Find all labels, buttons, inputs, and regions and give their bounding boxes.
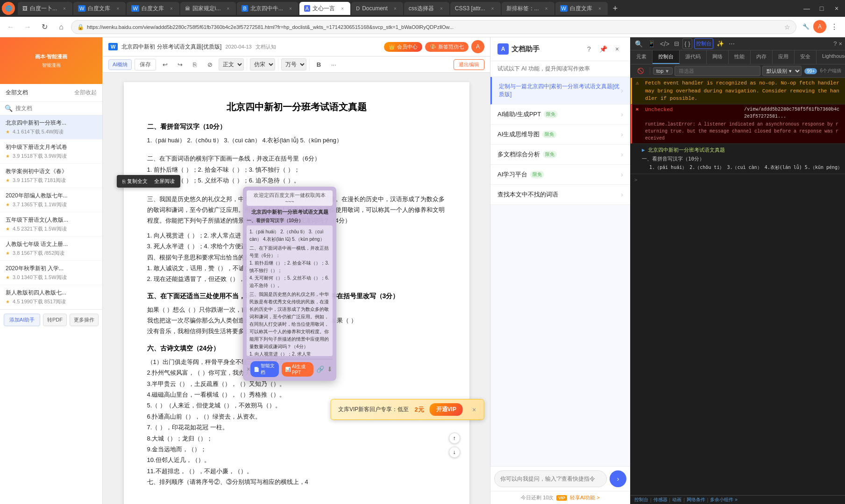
devtools-explore-btn[interactable]: 控制台 [694, 38, 713, 49]
tab-11-close[interactable]: × [596, 5, 603, 12]
undo-button[interactable]: ↩ [159, 58, 171, 70]
tab-2[interactable]: W 白度文库 × [73, 2, 126, 15]
elem-tree-item-1[interactable]: ▶ 北京四中新初一分班考试语文真题 [634, 146, 841, 154]
doc-ai-download-icon[interactable]: ⬇ [327, 365, 333, 373]
scroll-down-btn[interactable]: ↓ [449, 447, 460, 458]
browser-menu-button[interactable]: ⋮ [827, 20, 841, 34]
console-level-select[interactable]: 默认级别 ▾ [762, 66, 802, 76]
sidebar-item-6[interactable]: 人教版七年级 语文上册... ★ 3.8 1567下载 /852阅读 [0, 237, 102, 261]
elem-tree-item-2[interactable]: 一、看拼音写汉字（10分） [634, 154, 841, 163]
copy-button[interactable]: ⎘ [189, 58, 201, 70]
new-template-button[interactable]: 🎨 新签范仿七 [425, 42, 469, 52]
profile-icon[interactable]: 🌐 [2, 2, 15, 15]
vip-upgrade-link[interactable]: 轻享AI功能 > [570, 494, 600, 501]
tab-7-close[interactable]: × [392, 5, 398, 12]
redo-button[interactable]: ↪ [174, 58, 186, 70]
sidebar-item-7[interactable]: 2020年秋季新初 入学... ★ 3.0 1340下载 1.5W阅读 [0, 261, 102, 285]
tab-8[interactable]: css选择器 × [404, 2, 449, 15]
tab-6-close[interactable]: × [339, 5, 346, 12]
devtools-tab-security[interactable]: 安全 [795, 50, 817, 64]
exit-edit-button[interactable]: 退出编辑 [454, 59, 484, 70]
to-pdf-button[interactable]: 转PDF [43, 314, 67, 326]
sidebar-collapse-btn[interactable]: 全部收起 [74, 89, 97, 97]
fullscreen-read-btn[interactable]: 全屏阅读 [152, 177, 177, 186]
tab-9-close[interactable]: × [490, 5, 496, 12]
devtools-tab-memory[interactable]: 内存 [751, 50, 773, 64]
devtools-code-btn[interactable]: { } [682, 38, 692, 49]
ai-pin-button[interactable]: 📌 [597, 43, 609, 55]
sidebar-item-3[interactable]: 教学案例初中语文《春》 ★ 3.9 1157下载 7181阅读 [0, 164, 102, 188]
tab-1-close[interactable]: × [61, 5, 68, 12]
console-filter-input[interactable] [675, 66, 760, 76]
add-ai-button[interactable]: 添加AI助手 [4, 314, 40, 326]
tab-5-close[interactable]: × [287, 5, 294, 12]
font-size-select[interactable]: 万号 [281, 58, 306, 70]
devtools-tab-sources[interactable]: 源代码 [680, 50, 707, 64]
back-button[interactable]: ← [4, 20, 18, 34]
close-window-button[interactable]: × [830, 2, 843, 15]
devtools-question-btn[interactable]: ? [833, 40, 837, 47]
tab-11[interactable]: W 白度文库 × [555, 2, 608, 15]
ai-feature-mindmap[interactable]: AI生成思维导图 限免 › [490, 125, 630, 145]
tab-4-close[interactable]: × [225, 5, 231, 12]
vip-banner[interactable]: 文库VIP新客回户专享：低至 2元 开通VIP × [330, 399, 484, 420]
star-icon[interactable]: ☆ [784, 23, 790, 31]
tab-5[interactable]: B 北京四中牛... × [237, 2, 298, 15]
devtools-tab-performance[interactable]: 性能 [729, 50, 751, 64]
maximize-button[interactable]: □ [815, 2, 828, 15]
ai-chat-send-button[interactable]: › [610, 470, 626, 487]
breadcrumb-sensors[interactable]: 传感器 [653, 497, 667, 503]
ai-close-button[interactable]: × [611, 43, 623, 55]
breadcrumb-network[interactable]: 网络条件 [687, 497, 705, 503]
console-clear-btn[interactable]: 🚫 [634, 67, 647, 75]
console-context-select[interactable]: top ▼ [653, 67, 673, 75]
vip-banner-open-btn[interactable]: 开通VIP [430, 403, 463, 416]
address-bar[interactable]: 🔒 https://wenku.baidu.com/view/addd5b228… [71, 20, 796, 34]
doc-ai-popup-close[interactable]: × [247, 365, 250, 373]
tab-7[interactable]: D Document × [351, 2, 403, 15]
breadcrumb-console[interactable]: 控制台 [634, 497, 648, 503]
sidebar-search-input[interactable] [15, 105, 98, 112]
devtools-tab-network[interactable]: 网络 [707, 50, 729, 64]
tab-10[interactable]: 新排标签：... × [502, 2, 554, 15]
doc-ai-ppt-btn[interactable]: 📊 AI生成PPT [282, 362, 313, 377]
devtools-tab-elements[interactable]: 元素 [631, 50, 653, 64]
forward-button[interactable]: → [21, 20, 35, 34]
tab-3[interactable]: W 白度文库 × [127, 2, 179, 15]
tab-2-close[interactable]: × [114, 5, 121, 12]
refresh-button[interactable]: ↻ [37, 20, 51, 34]
devtools-device-btn[interactable]: 📱 [646, 39, 657, 49]
ai-help-button[interactable]: ? [583, 43, 595, 55]
scroll-up-btn[interactable]: ↑ [449, 433, 460, 444]
devtools-close-btn[interactable]: × [838, 40, 842, 47]
sidebar-banner[interactable]: 画本·智能漫画 智能漫画 [0, 37, 102, 84]
ai-summary-button[interactable]: AI概纳 [108, 59, 132, 70]
devtools-more-btn[interactable]: ⋯ [727, 39, 736, 49]
doc-ai-smart-doc-btn[interactable]: 📄 智能文档 [250, 361, 279, 377]
user-avatar[interactable]: A [471, 40, 484, 53]
sidebar-item-5[interactable]: 五年级下册语文(人教版... ★ 4.5 2321下载 1.5W阅读 [0, 212, 102, 237]
tab-3-close[interactable]: × [168, 5, 175, 12]
breadcrumb-animation[interactable]: 动画 [672, 497, 682, 503]
sidebar-item-8[interactable]: 新人教版初四人教版七... ★ 4.5 1990下载 8517阅读 [0, 285, 102, 309]
ai-feature-learning[interactable]: AI学习平台 限免 › [490, 165, 630, 185]
extensions-button[interactable]: 🔧 [799, 20, 812, 33]
selection-tooltip[interactable]: ⎘ 复制全文 全屏阅读 [117, 175, 180, 188]
elem-tree-item-3[interactable]: 1.（pái huái） 2.（chōu ti） 3.（cuì càn） 4.衣… [634, 163, 841, 172]
bold-button[interactable]: B [312, 58, 325, 70]
devtools-screen-btn[interactable]: ⊟ [673, 39, 681, 49]
tab-8-close[interactable]: × [438, 5, 445, 12]
more-format-button[interactable]: ··· [327, 58, 340, 70]
devtools-elements-btn[interactable]: </> [659, 39, 671, 49]
ai-chat-input[interactable] [494, 470, 607, 487]
devtools-tab-application[interactable]: 应用 [773, 50, 795, 64]
ai-feature-custom[interactable]: 定制与一篇北京四中|索初一分班考试语文真题[优质版] › [490, 77, 630, 105]
sidebar-item-2[interactable]: 初中级下册语文月考试卷 ★ 3.9 1518下载 3.9W阅读 [0, 140, 102, 164]
font-style-select[interactable]: 正文 [219, 58, 244, 70]
member-center-button[interactable]: 👑 会员中心 [384, 42, 422, 52]
new-tab-button[interactable]: + [609, 2, 622, 15]
doc-ai-popup[interactable]: 欢迎定四百度文库一健权取阅本~~~ 北京四中新初一分班考试语文真题 一、看拼音写… [243, 187, 336, 381]
tab-10-close[interactable]: × [543, 5, 550, 12]
ai-feature-findwords[interactable]: 查找本文中不找的词语 › [490, 185, 630, 205]
ai-feature-multidoc[interactable]: 多文档综合分析 限免 › [490, 145, 630, 165]
